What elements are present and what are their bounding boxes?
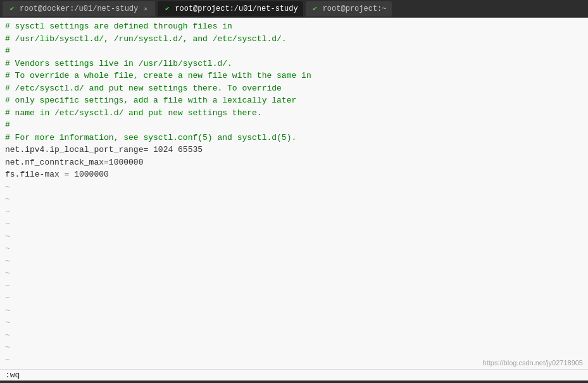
editor-line: fs.file-max = 1000000 — [5, 168, 583, 181]
editor-line: ~ — [5, 267, 583, 280]
editor-line: ~ — [5, 280, 583, 292]
editor-line: # sysctl settings are defined through fi… — [5, 20, 583, 33]
editor-line: ~ — [5, 317, 583, 329]
tab-label-1: root@docker:/u01/net-study — [20, 4, 138, 13]
editor-line: # — [5, 45, 583, 58]
editor-line: ~ — [5, 341, 583, 354]
editor-line: ~ — [5, 218, 583, 230]
editor-area: # sysctl settings are defined through fi… — [0, 18, 588, 369]
editor-line: net.nf_conntrack_max=1000000 — [5, 156, 583, 169]
tab-check-icon-1: ✔ — [8, 4, 16, 13]
editor-line: ~ — [5, 181, 583, 194]
tab-close-icon-1[interactable]: ✕ — [141, 4, 150, 13]
editor-line: # name in /etc/sysctl.d/ and put new set… — [5, 107, 583, 120]
editor-line: ~ — [5, 230, 583, 243]
editor-line: # — [5, 119, 583, 132]
title-bar: ✔ root@docker:/u01/net-study ✕ ✔ root@pr… — [0, 0, 588, 18]
tab-docker[interactable]: ✔ root@docker:/u01/net-study ✕ — [3, 1, 155, 16]
editor-line: ~ — [5, 206, 583, 218]
editor-line: ~ — [5, 292, 583, 305]
editor-line: ~ — [5, 354, 583, 367]
tab-project-home[interactable]: ✔ root@project:~ — [306, 1, 392, 16]
tab-project[interactable]: ✔ root@project:/u01/net-study — [158, 1, 303, 16]
editor-line: ~ — [5, 242, 583, 255]
command-line: :wq — [0, 369, 588, 380]
editor-line: ~ — [5, 255, 583, 268]
editor-line: # /usr/lib/sysctl.d/, /run/sysctl.d/, an… — [5, 33, 583, 46]
editor-line: ~ — [5, 329, 583, 342]
editor-line: # To override a whole file, create a new… — [5, 70, 583, 82]
editor-line: ~ — [5, 193, 583, 206]
editor-line: # /etc/sysctl.d/ and put new settings th… — [5, 82, 583, 95]
editor-line: # only specific settings, add a file wit… — [5, 94, 583, 107]
tab-label-3: root@project:~ — [323, 4, 387, 13]
tab-check-icon-2: ✔ — [163, 4, 172, 13]
editor-line: # Vendors settings live in /usr/lib/sysc… — [5, 58, 583, 70]
tab-label-2: root@project:/u01/net-study — [175, 4, 297, 13]
tab-check-icon-3: ✔ — [311, 4, 320, 13]
editor-line: # For more information, see sysctl.conf(… — [5, 132, 583, 144]
status-bar: Ready ssh2: AES-256-CTR 34 — [0, 380, 588, 383]
command-line-text: :wq — [5, 370, 20, 380]
editor-line: ~ — [5, 305, 583, 317]
editor-line: net.ipv4.ip_local_port_range= 1024 65535 — [5, 144, 583, 156]
